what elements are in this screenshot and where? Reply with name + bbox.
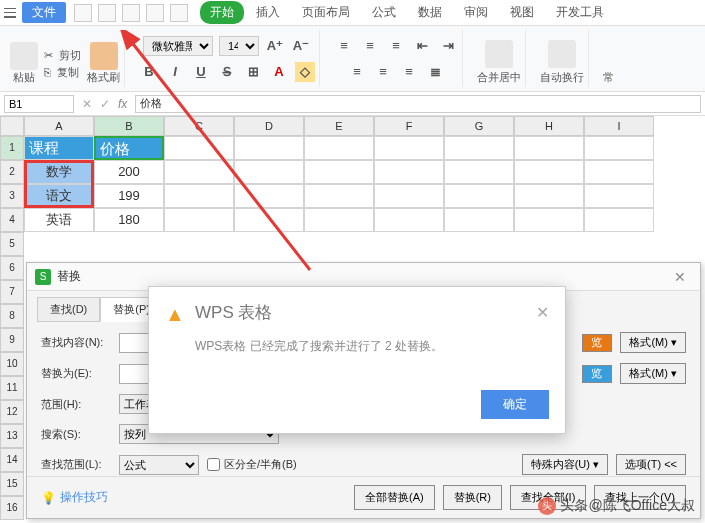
row-16[interactable]: 16 <box>0 496 24 520</box>
fill-color-button[interactable]: ◇ <box>295 62 315 82</box>
replace-format-button[interactable]: 格式(M) ▾ <box>620 363 686 384</box>
bold-button[interactable]: B <box>139 62 159 82</box>
tab-find[interactable]: 查找(D) <box>37 297 100 322</box>
cell-G4[interactable] <box>444 208 514 232</box>
align-right-icon[interactable]: ≡ <box>399 62 419 82</box>
merge-icon[interactable] <box>485 40 513 68</box>
copy-button[interactable]: ⎘ 复制 <box>44 65 81 80</box>
size-selector[interactable]: 14 <box>219 36 259 56</box>
tab-formula[interactable]: 公式 <box>362 1 406 24</box>
qat-undo-icon[interactable] <box>146 4 164 22</box>
align-center-icon[interactable]: ≡ <box>373 62 393 82</box>
alert-close-icon[interactable]: ✕ <box>536 303 549 322</box>
col-D[interactable]: D <box>234 116 304 136</box>
cell-D3[interactable] <box>234 184 304 208</box>
border-button[interactable]: ⊞ <box>243 62 263 82</box>
hamburger-icon[interactable] <box>4 8 16 18</box>
cell-H2[interactable] <box>514 160 584 184</box>
cell-I3[interactable] <box>584 184 654 208</box>
cell-C1[interactable] <box>164 136 234 160</box>
italic-button[interactable]: I <box>165 62 185 82</box>
select-all-corner[interactable] <box>0 116 24 136</box>
row-2[interactable]: 2 <box>0 160 24 184</box>
cell-A1[interactable]: 课程 <box>24 136 94 160</box>
qat-save-icon[interactable] <box>74 4 92 22</box>
wrap-icon[interactable] <box>548 40 576 68</box>
cell-B1[interactable]: 价格 <box>94 136 164 160</box>
row-3[interactable]: 3 <box>0 184 24 208</box>
tips-link[interactable]: 💡操作技巧 <box>41 485 108 510</box>
cell-E2[interactable] <box>304 160 374 184</box>
row-8[interactable]: 8 <box>0 304 24 328</box>
align-mid-icon[interactable]: ≡ <box>360 36 380 56</box>
cell-G1[interactable] <box>444 136 514 160</box>
tab-data[interactable]: 数据 <box>408 1 452 24</box>
font-color-button[interactable]: A <box>269 62 289 82</box>
format-painter-icon[interactable] <box>90 42 118 70</box>
cell-F4[interactable] <box>374 208 444 232</box>
col-F[interactable]: F <box>374 116 444 136</box>
col-A[interactable]: A <box>24 116 94 136</box>
cell-D2[interactable] <box>234 160 304 184</box>
lookin-select[interactable]: 公式 <box>119 455 199 475</box>
options-button[interactable]: 选项(T) << <box>616 454 686 475</box>
cell-F3[interactable] <box>374 184 444 208</box>
paste-icon[interactable] <box>10 42 38 70</box>
cell-D1[interactable] <box>234 136 304 160</box>
cell-A3[interactable]: 语文 <box>24 184 94 208</box>
qat-redo-icon[interactable] <box>170 4 188 22</box>
cell-B4[interactable]: 180 <box>94 208 164 232</box>
row-4[interactable]: 4 <box>0 208 24 232</box>
tab-review[interactable]: 审阅 <box>454 1 498 24</box>
col-E[interactable]: E <box>304 116 374 136</box>
cell-E3[interactable] <box>304 184 374 208</box>
tab-view[interactable]: 视图 <box>500 1 544 24</box>
tab-start[interactable]: 开始 <box>200 1 244 24</box>
cell-H1[interactable] <box>514 136 584 160</box>
cell-I2[interactable] <box>584 160 654 184</box>
cell-G3[interactable] <box>444 184 514 208</box>
qat-preview-icon[interactable] <box>122 4 140 22</box>
cell-H4[interactable] <box>514 208 584 232</box>
col-H[interactable]: H <box>514 116 584 136</box>
align-top-icon[interactable]: ≡ <box>334 36 354 56</box>
cell-B3[interactable]: 199 <box>94 184 164 208</box>
align-bot-icon[interactable]: ≡ <box>386 36 406 56</box>
row-5[interactable]: 5 <box>0 232 24 256</box>
cell-F1[interactable] <box>374 136 444 160</box>
cell-E4[interactable] <box>304 208 374 232</box>
cell-I4[interactable] <box>584 208 654 232</box>
row-12[interactable]: 12 <box>0 400 24 424</box>
find-format-button[interactable]: 格式(M) ▾ <box>620 332 686 353</box>
row-6[interactable]: 6 <box>0 256 24 280</box>
tab-dev[interactable]: 开发工具 <box>546 1 614 24</box>
fx-icon[interactable]: fx <box>118 97 127 111</box>
cell-H3[interactable] <box>514 184 584 208</box>
tab-layout[interactable]: 页面布局 <box>292 1 360 24</box>
col-G[interactable]: G <box>444 116 514 136</box>
replace-button[interactable]: 替换(R) <box>443 485 502 510</box>
cell-I1[interactable] <box>584 136 654 160</box>
name-box[interactable] <box>4 95 74 113</box>
row-13[interactable]: 13 <box>0 424 24 448</box>
col-C[interactable]: C <box>164 116 234 136</box>
cell-A2[interactable]: 数学 <box>24 160 94 184</box>
increase-font-icon[interactable]: A⁺ <box>265 36 285 56</box>
cell-D4[interactable] <box>234 208 304 232</box>
cut-button[interactable]: ✂ 剪切 <box>44 48 81 63</box>
row-9[interactable]: 9 <box>0 328 24 352</box>
dialog-close-icon[interactable]: ✕ <box>668 269 692 285</box>
cell-E1[interactable] <box>304 136 374 160</box>
row-1[interactable]: 1 <box>0 136 24 160</box>
cell-C3[interactable] <box>164 184 234 208</box>
replace-all-button[interactable]: 全部替换(A) <box>354 485 435 510</box>
cell-C2[interactable] <box>164 160 234 184</box>
row-11[interactable]: 11 <box>0 376 24 400</box>
tab-insert[interactable]: 插入 <box>246 1 290 24</box>
cell-G2[interactable] <box>444 160 514 184</box>
indent-inc-icon[interactable]: ⇥ <box>438 36 458 56</box>
strikethrough-button[interactable]: S̶ <box>217 62 237 82</box>
row-15[interactable]: 15 <box>0 472 24 496</box>
cell-B2[interactable]: 200 <box>94 160 164 184</box>
row-7[interactable]: 7 <box>0 280 24 304</box>
